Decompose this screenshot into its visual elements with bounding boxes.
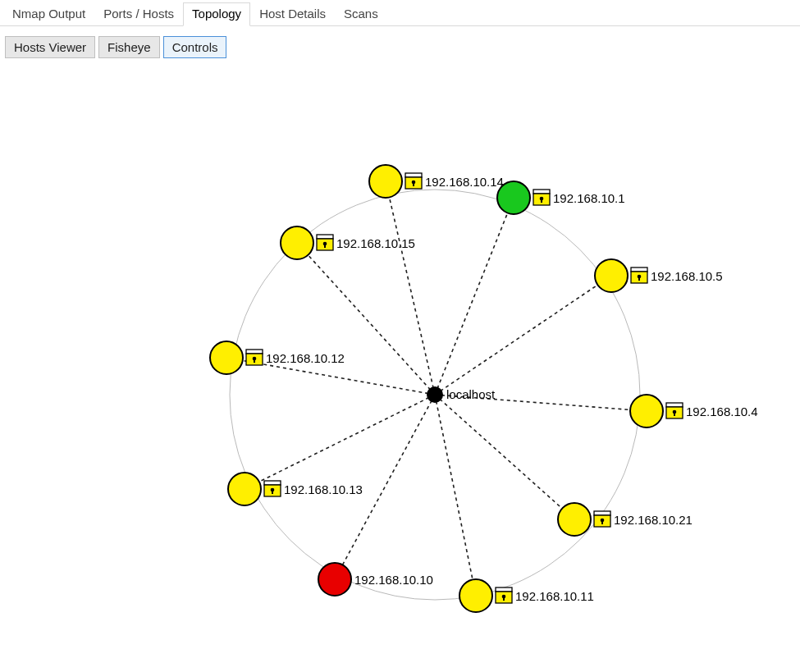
host-label: 192.168.10.1 — [553, 191, 625, 205]
svg-rect-42 — [264, 481, 281, 485]
host-label: 192.168.10.13 — [284, 482, 363, 496]
host-node[interactable]: 192.168.10.12 — [210, 341, 345, 374]
lock-icon — [594, 511, 610, 527]
svg-point-10 — [369, 165, 402, 198]
svg-rect-39 — [503, 597, 505, 601]
svg-rect-45 — [272, 490, 273, 494]
svg-rect-11 — [405, 173, 422, 177]
host-node[interactable]: 192.168.10.11 — [459, 579, 594, 612]
svg-line-9 — [297, 243, 435, 395]
fisheye-button[interactable]: Fisheye — [98, 36, 160, 58]
svg-rect-24 — [638, 277, 640, 281]
svg-line-7 — [245, 395, 435, 489]
lock-icon — [666, 403, 683, 418]
lock-icon — [317, 235, 333, 250]
host-node[interactable]: 192.168.10.21 — [558, 503, 693, 536]
svg-point-40 — [318, 563, 351, 596]
svg-point-15 — [497, 181, 530, 214]
svg-line-5 — [435, 395, 476, 596]
hosts-viewer-button[interactable]: Hosts Viewer — [5, 36, 95, 58]
center-label: localhost — [446, 387, 496, 401]
main-tabs: Nmap OutputPorts / HostsTopologyHost Det… — [0, 0, 800, 26]
controls-button[interactable]: Controls — [163, 36, 227, 58]
host-node[interactable]: 192.168.10.5 — [595, 259, 723, 292]
lock-icon — [246, 350, 263, 365]
tab-scans[interactable]: Scans — [335, 2, 387, 25]
lock-icon — [496, 587, 512, 603]
svg-rect-19 — [541, 199, 542, 203]
tab-host-details[interactable]: Host Details — [250, 2, 335, 25]
host-label: 192.168.10.12 — [266, 351, 345, 365]
svg-point-46 — [210, 341, 243, 374]
host-node[interactable]: 192.168.10.15 — [281, 226, 415, 259]
svg-rect-34 — [601, 520, 603, 524]
svg-rect-50 — [254, 359, 255, 363]
tab-nmap-output[interactable]: Nmap Output — [3, 2, 94, 25]
svg-rect-36 — [496, 587, 512, 592]
svg-rect-47 — [246, 350, 263, 354]
host-node[interactable]: 192.168.10.4 — [630, 395, 758, 427]
svg-rect-16 — [533, 190, 550, 194]
host-node[interactable]: 192.168.10.1 — [497, 181, 625, 214]
host-label: 192.168.10.11 — [515, 589, 594, 603]
svg-rect-21 — [631, 267, 647, 272]
svg-line-0 — [386, 181, 435, 395]
lock-icon — [631, 267, 647, 283]
host-node[interactable]: 192.168.10.14 — [369, 165, 504, 198]
lock-icon — [264, 481, 281, 496]
svg-point-25 — [630, 395, 663, 427]
lock-icon — [405, 173, 422, 189]
svg-rect-55 — [324, 244, 326, 248]
svg-rect-14 — [413, 182, 414, 186]
svg-point-35 — [459, 579, 492, 612]
tab-ports-hosts[interactable]: Ports / Hosts — [94, 2, 183, 25]
host-node[interactable]: 192.168.10.13 — [228, 473, 363, 505]
svg-rect-52 — [317, 235, 333, 239]
svg-rect-31 — [594, 511, 610, 515]
host-label: 192.168.10.4 — [686, 405, 758, 418]
svg-point-30 — [558, 503, 591, 536]
host-label: 192.168.10.10 — [354, 573, 433, 587]
svg-line-2 — [435, 276, 611, 395]
svg-rect-26 — [666, 403, 683, 407]
topology-canvas[interactable]: localhost192.168.10.14192.168.10.1192.16… — [0, 58, 800, 665]
svg-line-1 — [435, 198, 514, 395]
host-label: 192.168.10.14 — [425, 175, 504, 189]
tab-topology[interactable]: Topology — [183, 2, 250, 26]
svg-line-4 — [435, 395, 574, 519]
lock-icon — [533, 190, 550, 205]
svg-point-20 — [595, 259, 628, 292]
host-label: 192.168.10.21 — [614, 513, 693, 527]
host-label: 192.168.10.5 — [651, 269, 723, 283]
host-label: 192.168.10.15 — [336, 236, 415, 250]
svg-point-41 — [228, 473, 261, 505]
topology-toolbar: Hosts ViewerFisheyeControls — [0, 26, 800, 58]
svg-point-51 — [281, 226, 313, 259]
svg-rect-29 — [674, 412, 675, 416]
center-node[interactable] — [427, 386, 443, 403]
